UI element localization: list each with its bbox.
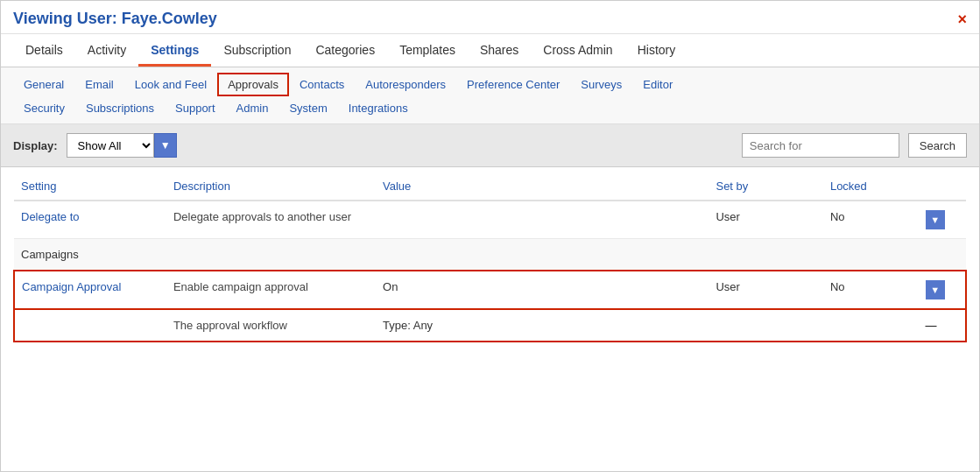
- setting-locked-workflow: [823, 309, 919, 342]
- toolbar: Display: Show All ▼ Search: [1, 124, 979, 167]
- col-header-setting: Setting: [14, 171, 166, 201]
- subnav-contacts[interactable]: Contacts: [289, 73, 355, 96]
- main-window: Viewing User: Faye.Cowley × Details Acti…: [0, 0, 980, 472]
- tab-subscription[interactable]: Subscription: [211, 34, 303, 67]
- setting-setby-campaign-approval: User: [709, 271, 822, 309]
- setting-setby-workflow: [709, 309, 822, 342]
- section-label-campaigns: Campaigns: [14, 239, 966, 271]
- setting-name-campaign-approval: Campaign Approval: [14, 271, 166, 309]
- tab-templates[interactable]: Templates: [387, 34, 468, 67]
- subnav-surveys[interactable]: Surveys: [570, 73, 632, 96]
- subnav-email[interactable]: Email: [74, 73, 124, 96]
- subnav-general[interactable]: General: [13, 73, 74, 96]
- tab-settings[interactable]: Settings: [138, 34, 211, 67]
- setting-locked-delegate: No: [823, 201, 919, 239]
- title-bar: Viewing User: Faye.Cowley ×: [1, 1, 979, 34]
- setting-name-delegate: Delegate to: [14, 201, 166, 239]
- search-input[interactable]: [742, 133, 899, 158]
- col-header-setby: Set by: [709, 171, 822, 201]
- subnav-admin[interactable]: Admin: [226, 96, 279, 120]
- col-header-locked: Locked: [823, 171, 919, 201]
- table-row: Delegate to Delegate approvals to anothe…: [14, 201, 966, 239]
- tab-shares[interactable]: Shares: [468, 34, 531, 67]
- row-dropdown-btn-delegate[interactable]: ▼: [926, 210, 945, 229]
- tab-categories[interactable]: Categories: [303, 34, 387, 67]
- setting-action-campaign-approval: ▼: [919, 271, 966, 309]
- row-dropdown-btn-campaign-approval[interactable]: ▼: [926, 280, 945, 299]
- subnav-integrations[interactable]: Integrations: [338, 96, 419, 120]
- subnav-preference-center[interactable]: Preference Center: [456, 73, 570, 96]
- subnav-support[interactable]: Support: [165, 96, 226, 120]
- sub-nav-row-2: Security Subscriptions Support Admin Sys…: [13, 96, 967, 123]
- table-row-campaign-approval: Campaign Approval Enable campaign approv…: [14, 271, 966, 309]
- tab-history[interactable]: History: [625, 34, 688, 67]
- tab-details[interactable]: Details: [13, 34, 75, 67]
- setting-value-campaign-approval: On: [376, 271, 709, 309]
- setting-desc-campaign-approval: Enable campaign approval: [166, 271, 376, 309]
- sub-nav-row-1: General Email Look and Feel Approvals Co…: [13, 73, 967, 96]
- subnav-look-and-feel[interactable]: Look and Feel: [124, 73, 217, 96]
- sub-nav: General Email Look and Feel Approvals Co…: [1, 67, 979, 124]
- col-header-description: Description: [166, 171, 376, 201]
- content-area: Setting Description Value Set by Locked …: [1, 171, 979, 342]
- display-select-wrapper: Show All ▼: [67, 133, 177, 158]
- setting-setby-delegate: User: [709, 201, 822, 239]
- setting-desc-workflow: The approval workflow: [166, 309, 376, 342]
- table-row-workflow: The approval workflow Type: Any —: [14, 309, 966, 342]
- subnav-editor[interactable]: Editor: [632, 73, 683, 96]
- setting-desc-delegate: Delegate approvals to another user: [166, 201, 376, 239]
- setting-action-delegate: ▼: [919, 201, 966, 239]
- settings-table: Setting Description Value Set by Locked …: [13, 171, 967, 342]
- setting-action-workflow: —: [919, 309, 966, 342]
- subnav-security[interactable]: Security: [13, 96, 75, 120]
- close-button[interactable]: ×: [957, 11, 967, 27]
- setting-name-workflow: [14, 309, 166, 342]
- display-label: Display:: [13, 139, 58, 152]
- window-title: Viewing User: Faye.Cowley: [13, 10, 217, 28]
- subnav-autoresponders[interactable]: Autoresponders: [355, 73, 456, 96]
- col-header-value: Value: [376, 171, 709, 201]
- search-button[interactable]: Search: [908, 133, 967, 158]
- setting-value-delegate: [376, 201, 709, 239]
- tab-cross-admin[interactable]: Cross Admin: [531, 34, 624, 67]
- setting-locked-campaign-approval: No: [823, 271, 919, 309]
- display-select-dropdown-btn[interactable]: ▼: [154, 133, 177, 158]
- subnav-subscriptions[interactable]: Subscriptions: [75, 96, 165, 120]
- setting-value-workflow: Type: Any: [376, 309, 709, 342]
- section-row-campaigns: Campaigns: [14, 239, 966, 271]
- subnav-system[interactable]: System: [278, 96, 337, 120]
- tab-activity[interactable]: Activity: [75, 34, 138, 67]
- top-nav: Details Activity Settings Subscription C…: [1, 34, 979, 67]
- col-header-action: [919, 171, 966, 201]
- display-select[interactable]: Show All: [67, 133, 154, 158]
- table-header-row: Setting Description Value Set by Locked: [14, 171, 966, 201]
- subnav-approvals[interactable]: Approvals: [217, 73, 289, 96]
